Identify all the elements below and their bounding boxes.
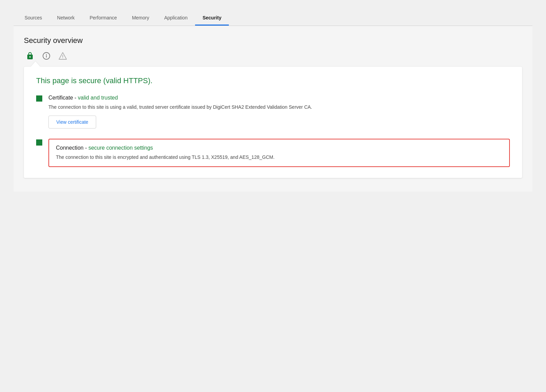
callout-arrow <box>31 61 40 67</box>
tab-memory[interactable]: Memory <box>124 10 157 26</box>
devtools-panel: Sources Network Performance Memory Appli… <box>0 0 546 392</box>
certificate-status-indicator <box>36 95 42 102</box>
lock-icon <box>25 51 35 61</box>
certificate-label-green: valid and trusted <box>78 95 118 101</box>
connection-title: Connection - secure connection settings <box>56 145 502 151</box>
certificate-label-prefix: Certificate - <box>48 95 78 101</box>
info-icon <box>42 51 51 61</box>
callout-box: This page is secure (valid HTTPS). Certi… <box>24 67 522 178</box>
tab-security[interactable]: Security <box>195 10 229 26</box>
certificate-section: Certificate - valid and trusted The conn… <box>36 95 510 129</box>
tab-network[interactable]: Network <box>49 10 82 26</box>
warning-icon <box>58 51 68 61</box>
secure-title: This page is secure (valid HTTPS). <box>36 76 510 85</box>
certificate-content: Certificate - valid and trusted The conn… <box>48 95 312 129</box>
connection-label-green: secure connection settings <box>88 145 153 151</box>
callout-wrapper: This page is secure (valid HTTPS). Certi… <box>24 61 522 178</box>
connection-description: The connection to this site is encrypted… <box>56 154 502 161</box>
page-content: Security overview <box>14 26 532 192</box>
tab-application[interactable]: Application <box>157 10 195 26</box>
section-title: Security overview <box>24 36 522 45</box>
icon-row <box>24 51 522 61</box>
view-certificate-button[interactable]: View certificate <box>48 116 96 129</box>
svg-point-4 <box>62 58 63 59</box>
connection-section: Connection - secure connection settings … <box>36 139 510 167</box>
connection-status-indicator <box>36 139 42 146</box>
certificate-description: The connection to this site is using a v… <box>48 104 312 111</box>
certificate-title: Certificate - valid and trusted <box>48 95 312 101</box>
tab-bar: Sources Network Performance Memory Appli… <box>14 10 532 26</box>
connection-label-prefix: Connection - <box>56 145 88 151</box>
connection-box: Connection - secure connection settings … <box>48 139 510 167</box>
tab-performance[interactable]: Performance <box>82 10 124 26</box>
tab-sources[interactable]: Sources <box>17 10 49 26</box>
